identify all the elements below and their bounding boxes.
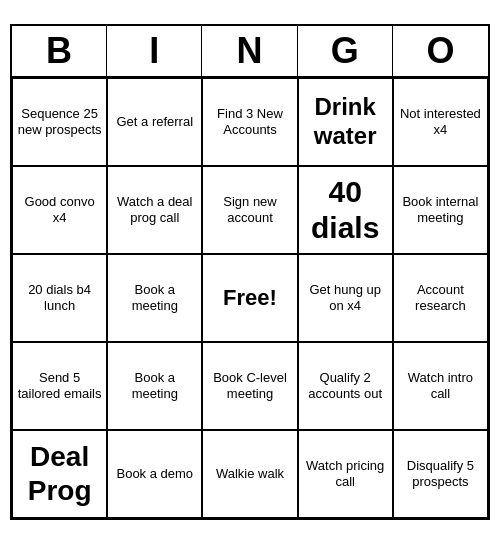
bingo-cell-9: Book internal meeting bbox=[393, 166, 488, 254]
bingo-header: BINGO bbox=[12, 26, 488, 78]
bingo-cell-6: Watch a deal prog call bbox=[107, 166, 202, 254]
bingo-letter-n: N bbox=[202, 26, 297, 76]
bingo-letter-b: B bbox=[12, 26, 107, 76]
bingo-cell-5: Good convo x4 bbox=[12, 166, 107, 254]
bingo-grid: Sequence 25 new prospectsGet a referralF… bbox=[12, 78, 488, 518]
bingo-card: BINGO Sequence 25 new prospectsGet a ref… bbox=[10, 24, 490, 520]
bingo-letter-g: G bbox=[298, 26, 393, 76]
bingo-cell-18: Qualify 2 accounts out bbox=[298, 342, 393, 430]
bingo-cell-19: Watch intro call bbox=[393, 342, 488, 430]
bingo-cell-0: Sequence 25 new prospects bbox=[12, 78, 107, 166]
bingo-cell-7: Sign new account bbox=[202, 166, 297, 254]
bingo-cell-4: Not interested x4 bbox=[393, 78, 488, 166]
bingo-cell-8: 40 dials bbox=[298, 166, 393, 254]
bingo-cell-16: Book a meeting bbox=[107, 342, 202, 430]
bingo-letter-i: I bbox=[107, 26, 202, 76]
bingo-letter-o: O bbox=[393, 26, 488, 76]
bingo-cell-11: Book a meeting bbox=[107, 254, 202, 342]
bingo-cell-17: Book C-level meeting bbox=[202, 342, 297, 430]
bingo-cell-3: Drink water bbox=[298, 78, 393, 166]
bingo-cell-13: Get hung up on x4 bbox=[298, 254, 393, 342]
bingo-cell-15: Send 5 tailored emails bbox=[12, 342, 107, 430]
bingo-cell-24: Disqualify 5 prospects bbox=[393, 430, 488, 518]
bingo-cell-22: Walkie walk bbox=[202, 430, 297, 518]
bingo-cell-21: Book a demo bbox=[107, 430, 202, 518]
bingo-cell-20: Deal Prog bbox=[12, 430, 107, 518]
bingo-cell-10: 20 dials b4 lunch bbox=[12, 254, 107, 342]
bingo-cell-14: Account research bbox=[393, 254, 488, 342]
bingo-cell-1: Get a referral bbox=[107, 78, 202, 166]
bingo-cell-2: Find 3 New Accounts bbox=[202, 78, 297, 166]
bingo-cell-12: Free! bbox=[202, 254, 297, 342]
bingo-cell-23: Watch pricing call bbox=[298, 430, 393, 518]
